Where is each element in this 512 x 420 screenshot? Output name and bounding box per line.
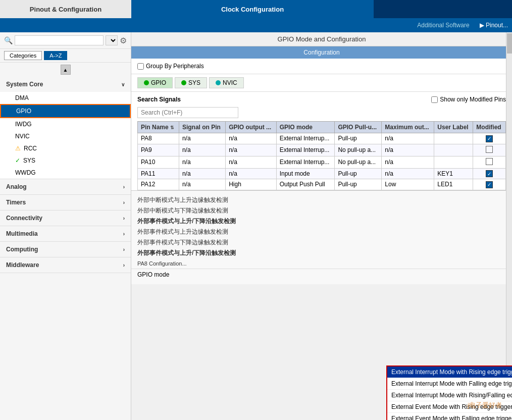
- chinese-list-item: 外部中断模式与下降边缘触发检测: [137, 205, 506, 216]
- table-row[interactable]: PA10 n/a n/a External Interrup... No pul…: [138, 156, 506, 168]
- cell-output-1: n/a: [226, 144, 277, 156]
- search-input[interactable]: [15, 35, 104, 45]
- category-header-system-core[interactable]: System Core ∨: [0, 77, 131, 92]
- cell-modified-2[interactable]: [473, 156, 506, 168]
- category-computing: Computing ›: [0, 242, 131, 257]
- cell-max-3: n/a: [382, 168, 434, 179]
- show-modified-label: Show only Modified Pins: [440, 96, 506, 103]
- cell-modified-3[interactable]: ✓: [473, 168, 506, 179]
- col-label[interactable]: User Label: [434, 122, 473, 133]
- group-by-peripherals-checkbox[interactable]: [137, 63, 144, 70]
- table-header-row: Pin Name ⇅ Signal on Pin GPIO output ...…: [138, 122, 506, 133]
- sidebar-item-dma[interactable]: DMA: [0, 92, 131, 104]
- warning-icon-rcc: ⚠: [15, 145, 21, 152]
- cell-max-0: n/a: [382, 133, 434, 144]
- iwdg-label: IWDG: [15, 121, 32, 128]
- sidebar-item-sys[interactable]: ✓ SYS: [0, 154, 131, 167]
- watermark: ·j电子爱好者: [466, 401, 502, 410]
- table-row[interactable]: PA9 n/a n/a External Interrup... No pull…: [138, 144, 506, 156]
- additional-software-label[interactable]: Additional Software: [417, 22, 469, 29]
- category-label-analog: Analog: [6, 183, 27, 190]
- cell-modified-0[interactable]: ✓: [473, 133, 506, 144]
- col-output[interactable]: GPIO output ...: [226, 122, 277, 133]
- table-row[interactable]: PA12 n/a High Output Push Pull Pull-up L…: [138, 179, 506, 190]
- category-items-system-core: DMA GPIO IWDG NVIC ⚠ RCC: [0, 92, 131, 179]
- cell-label-2: [434, 156, 473, 168]
- dropdown-item[interactable]: External Event Mode with Falling edge tr…: [387, 413, 512, 420]
- gear-icon[interactable]: ⚙: [120, 36, 127, 45]
- dma-label: DMA: [15, 94, 29, 101]
- col-modified[interactable]: Modified: [473, 122, 506, 133]
- tab-sys-label: SYS: [188, 79, 200, 86]
- cell-output-2: n/a: [226, 156, 277, 168]
- cell-pin-1: PA9: [138, 144, 179, 156]
- sidebar-item-iwdg[interactable]: IWDG: [0, 118, 131, 130]
- sys-label: SYS: [23, 157, 35, 164]
- category-header-analog[interactable]: Analog ›: [0, 179, 131, 194]
- dropdown-item[interactable]: External Interrupt Mode with Falling edg…: [387, 378, 512, 390]
- category-header-timers[interactable]: Timers ›: [0, 195, 131, 210]
- tab-gpio[interactable]: GPIO: [137, 77, 173, 88]
- category-header-connectivity[interactable]: Connectivity ›: [0, 211, 131, 226]
- right-scrollbar[interactable]: [506, 32, 512, 420]
- sidebar-item-nvic[interactable]: NVIC: [0, 130, 131, 142]
- chinese-list: 外部中断模式与上升边缘触发检测外部中断模式与下降边缘触发检测外部事件模式与上升/…: [131, 195, 512, 258]
- expand-arrow-analog: ›: [123, 184, 125, 190]
- cell-output-3: n/a: [226, 168, 277, 179]
- cell-label-3: KEY1: [434, 168, 473, 179]
- cell-modified-1[interactable]: [473, 144, 506, 156]
- category-label-timers: Timers: [6, 199, 26, 206]
- az-button[interactable]: A->Z: [44, 51, 67, 60]
- tab-gpio-label: GPIO: [151, 79, 166, 86]
- categories-button[interactable]: Categories: [4, 51, 42, 60]
- show-modified-checkbox[interactable]: [431, 96, 438, 103]
- cell-mode-2: External Interrup...: [276, 156, 335, 168]
- chinese-list-item: 外部事件模式与上升/下降沿触发检测: [137, 248, 506, 258]
- cell-signal-0: n/a: [179, 133, 225, 144]
- search-signals-input[interactable]: [137, 107, 238, 118]
- gpio-table: Pin Name ⇅ Signal on Pin GPIO output ...…: [137, 121, 506, 190]
- scroll-up-button[interactable]: ▲: [61, 65, 71, 75]
- tab-nvic[interactable]: NVIC: [209, 77, 244, 88]
- cell-modified-4[interactable]: ✓: [473, 179, 506, 190]
- col-signal[interactable]: Signal on Pin: [179, 122, 225, 133]
- dropdown-item[interactable]: External Interrupt Mode with Rising edge…: [387, 366, 512, 378]
- col-pull[interactable]: GPIO Pull-u...: [335, 122, 382, 133]
- cell-signal-3: n/a: [179, 168, 225, 179]
- checked-icon: ✓: [486, 170, 493, 177]
- category-timers: Timers ›: [0, 195, 131, 211]
- category-analog: Analog ›: [0, 179, 131, 195]
- cell-label-0: [434, 133, 473, 144]
- cell-max-2: n/a: [382, 156, 434, 168]
- group-by-peripherals-label[interactable]: Group By Peripherals: [137, 63, 204, 70]
- cell-mode-3: Input mode: [276, 168, 335, 179]
- checked-icon: ✓: [486, 181, 493, 188]
- clock-tab[interactable]: Clock Configuration: [131, 0, 374, 18]
- wwdg-label: WWDG: [15, 169, 36, 176]
- col-max[interactable]: Maximum out...: [382, 122, 434, 133]
- category-header-middleware[interactable]: Middleware ›: [0, 257, 131, 273]
- sidebar-item-gpio[interactable]: GPIO: [0, 104, 131, 118]
- chinese-list-item: 外部中断模式与上升边缘触发检测: [137, 195, 506, 205]
- check-icon-sys: ✓: [15, 157, 20, 164]
- sidebar-item-wwdg[interactable]: WWDG: [0, 167, 131, 179]
- category-label-multimedia: Multimedia: [6, 230, 38, 237]
- pinout-button[interactable]: ▶ Pinout...: [480, 22, 508, 29]
- chinese-list-item: 外部事件模式与下降边缘触发检测: [137, 237, 506, 248]
- pinout-tab[interactable]: Pinout & Configuration: [0, 0, 131, 18]
- categories-bar: Categories A->Z: [0, 49, 131, 63]
- search-dropdown[interactable]: [106, 35, 118, 45]
- scrollbar-thumb[interactable]: [507, 33, 512, 54]
- cell-pull-2: No pull-up a...: [335, 156, 382, 168]
- category-header-computing[interactable]: Computing ›: [0, 242, 131, 257]
- sidebar-item-rcc[interactable]: ⚠ RCC: [0, 142, 131, 154]
- table-row[interactable]: PA8 n/a n/a External Interrup... Pull-up…: [138, 133, 506, 144]
- col-pin-name[interactable]: Pin Name ⇅: [138, 122, 179, 133]
- table-row[interactable]: PA11 n/a n/a Input mode Pull-up n/a KEY1…: [138, 168, 506, 179]
- tab-sys[interactable]: SYS: [175, 77, 207, 88]
- category-header-multimedia[interactable]: Multimedia ›: [0, 226, 131, 241]
- col-mode[interactable]: GPIO mode: [276, 122, 335, 133]
- dropdown-item[interactable]: External Interrupt Mode with Rising/Fall…: [387, 390, 512, 401]
- collapse-arrow-system-core: ∨: [121, 82, 125, 87]
- cell-pin-0: PA8: [138, 133, 179, 144]
